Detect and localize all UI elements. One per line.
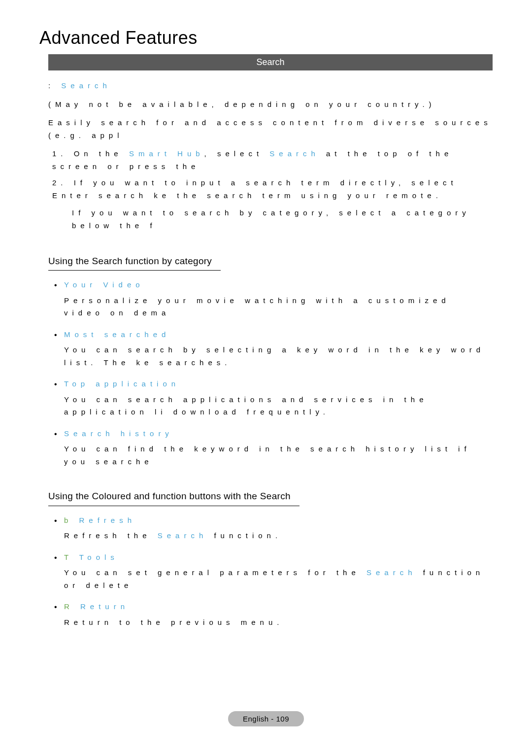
return-prefix: R — [64, 602, 80, 611]
tools-search-hl: Search — [366, 568, 417, 577]
search-history-title: Search history — [64, 427, 493, 440]
button-list: b Refresh Refresh the Search function. T… — [51, 514, 493, 629]
subheading-category: Using the Search function by category — [48, 253, 221, 271]
search-history-body: You can find the keyword in the search h… — [64, 443, 493, 468]
tools-prefix: T — [64, 553, 79, 561]
most-searched-title: Most searched — [64, 328, 493, 341]
tools-label: Tools — [79, 553, 119, 561]
refresh-search-hl: Search — [158, 531, 208, 540]
tools-body: You can set general parameters for the S… — [64, 566, 493, 591]
refresh-body: Refresh the Search function. — [64, 529, 493, 542]
step-1-before: On the — [74, 149, 129, 158]
page-title: Advanced Features — [39, 28, 493, 48]
content-body: : Search (May not be available, dependin… — [48, 79, 493, 628]
item-top-application: Top application You can search applicati… — [51, 378, 493, 418]
return-body: Return to the previous menu. — [64, 616, 493, 629]
subheading-coloured-buttons: Using the Coloured and function buttons … — [48, 488, 299, 506]
refresh-title: b Refresh — [64, 514, 493, 527]
step-1-mid: , select — [204, 149, 270, 158]
section-bar-search: Search — [48, 54, 493, 70]
footer-page-number: English - 109 — [228, 711, 304, 726]
step-2-sub: If you want to search by category, selec… — [72, 206, 493, 232]
your-video-body: Personalize your movie watching with a c… — [64, 294, 493, 319]
tools-title: T Tools — [64, 551, 493, 564]
intro-description: Easily search for and access content fro… — [48, 116, 493, 141]
refresh-prefix: b — [64, 516, 79, 524]
return-label: Return — [80, 602, 129, 611]
intro-prefix: : — [48, 81, 55, 90]
step-2-num: 2. — [52, 178, 67, 187]
step-list: 1. On the Smart Hub, select Search at th… — [52, 147, 493, 232]
step-1-num: 1. — [52, 149, 67, 158]
item-return: R Return Return to the previous menu. — [51, 600, 493, 628]
top-application-title: Top application — [64, 378, 493, 390]
intro-label-line: : Search — [48, 79, 493, 92]
step-1-smart-hub: Smart Hub — [129, 149, 204, 158]
return-title: R Return — [64, 600, 493, 613]
intro-label-search: Search — [61, 81, 111, 90]
step-1-search: Search — [269, 149, 320, 158]
item-tools: T Tools You can set general parameters f… — [51, 551, 493, 592]
refresh-after: function. — [207, 531, 282, 540]
availability-note: (May not be available, depending on your… — [48, 98, 493, 111]
refresh-label: Refresh — [79, 516, 136, 524]
tools-before: You can set general parameters for the — [64, 568, 366, 577]
item-refresh: b Refresh Refresh the Search function. — [51, 514, 493, 542]
top-application-body: You can search applications and services… — [64, 393, 493, 418]
item-most-searched: Most searched You can search by selectin… — [51, 328, 493, 369]
most-searched-body: You can search by selecting a key word i… — [64, 344, 493, 369]
category-list: Your Video Personalize your movie watchi… — [51, 278, 493, 468]
step-2: 2. If you want to input a search term di… — [52, 176, 493, 202]
step-1: 1. On the Smart Hub, select Search at th… — [52, 147, 493, 172]
step-2-text: If you want to input a search term direc… — [52, 178, 458, 200]
page-footer: English - 109 — [0, 711, 532, 726]
refresh-before: Refresh the — [64, 531, 158, 540]
item-search-history: Search history You can find the keyword … — [51, 427, 493, 468]
item-your-video: Your Video Personalize your movie watchi… — [51, 278, 493, 319]
your-video-title: Your Video — [64, 278, 493, 291]
